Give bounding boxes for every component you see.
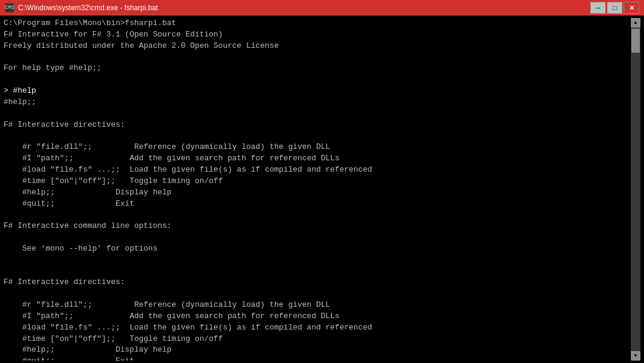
cmd-icon: CMD — [5, 3, 14, 13]
blank4 — [4, 130, 631, 142]
minimize-button[interactable]: ─ — [590, 2, 606, 14]
section2-header: F# Interactive command line options: — [4, 221, 631, 232]
title-bar-buttons: ─ □ ✕ — [590, 2, 639, 14]
options-line: See 'mono --help' for options — [4, 243, 631, 255]
blank8 — [4, 266, 631, 277]
scrollbar-thumb[interactable] — [631, 29, 640, 53]
blank9 — [4, 288, 631, 300]
cmd-icon-text: CMD — [5, 5, 14, 11]
title-bar-left: CMD C:\Windows\system32\cmd.exe - fsharp… — [5, 3, 158, 13]
intro-line1: F# Interactive for F# 3.1 (Open Source E… — [4, 29, 631, 41]
title-bar: CMD C:\Windows\system32\cmd.exe - fsharp… — [0, 0, 644, 16]
path-line: C:\Program Files\Mono\bin>fsharpi.bat — [4, 18, 631, 29]
dir5: #help;; Display help — [4, 187, 631, 199]
dir3: #load "file.fs" ...;; Load the given fil… — [4, 164, 631, 176]
prompt1: > #help — [4, 86, 631, 97]
dir1b: #r "file.dll";; Reference (dynamically l… — [4, 300, 631, 311]
section3-header: F# Interactive directives: — [4, 277, 631, 288]
dir4: #time ["on"|"off"];; Toggle timing on/of… — [4, 176, 631, 187]
help-hint: For help type #help;; — [4, 63, 631, 74]
helpstart: #help;; — [4, 97, 631, 108]
close-button[interactable]: ✕ — [624, 2, 639, 14]
terminal-area[interactable]: C:\Program Files\Mono\bin>fsharpi.bat F#… — [0, 16, 644, 363]
terminal-content: C:\Program Files\Mono\bin>fsharpi.bat F#… — [4, 18, 631, 361]
dir2b: #I "path";; Add the given search path fo… — [4, 311, 631, 322]
blank5 — [4, 209, 631, 221]
dir3b: #load "file.fs" ...;; Load the given fil… — [4, 322, 631, 334]
dir6: #quit;; Exit — [4, 199, 631, 210]
cmd-window: CMD C:\Windows\system32\cmd.exe - fsharp… — [0, 0, 644, 363]
scrollbar-track[interactable] — [631, 28, 640, 351]
window-title: C:\Windows\system32\cmd.exe - fsharpi.ba… — [18, 4, 158, 12]
scrollbar[interactable]: ▲ ▼ — [631, 18, 640, 361]
intro-line2: Freely distributed under the Apache 2.0 … — [4, 41, 631, 52]
dir1: #r "file.dll";; Reference (dynamically l… — [4, 142, 631, 153]
scrollbar-down-button[interactable]: ▼ — [631, 351, 640, 361]
blank1 — [4, 52, 631, 63]
blank2 — [4, 74, 631, 86]
section1-header: F# Interactive directives: — [4, 120, 631, 131]
dir5b: #help;; Display help — [4, 344, 631, 356]
blank6 — [4, 232, 631, 243]
blank7 — [4, 255, 631, 266]
blank3 — [4, 108, 631, 120]
dir6b: #quit;; Exit — [4, 356, 631, 361]
dir4b: #time ["on"|"off"];; Toggle timing on/of… — [4, 334, 631, 345]
dir2: #I "path";; Add the given search path fo… — [4, 153, 631, 164]
maximize-button[interactable]: □ — [607, 2, 622, 14]
scrollbar-up-button[interactable]: ▲ — [631, 18, 640, 28]
